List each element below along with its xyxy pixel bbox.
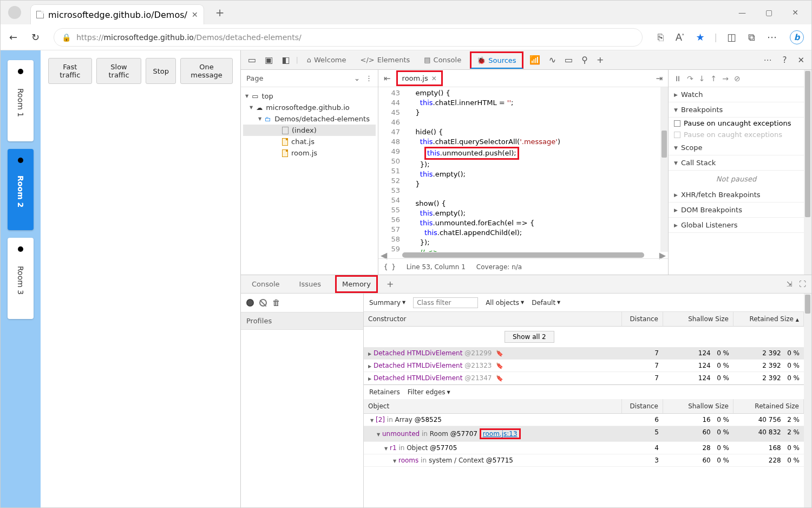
drawer-issues-tab[interactable]: Issues — [294, 277, 326, 291]
application-icon[interactable]: ▭ — [562, 53, 575, 67]
more-tabs-icon[interactable]: + — [594, 53, 606, 67]
more-icon[interactable]: ⋯ — [761, 53, 774, 67]
code-hscrollbar[interactable] — [402, 252, 645, 258]
tree-file-chat[interactable]: chat.js — [243, 136, 376, 147]
snapshot-row[interactable]: ▶ Detached HTMLDivElement @21323 🔖7124 0… — [364, 360, 804, 372]
dom-breakpoints-section[interactable]: ▶DOM Breakpoints — [669, 203, 804, 218]
scope-section[interactable]: ▼Scope — [669, 140, 804, 155]
memory-profile-list: 🗑 Profiles — [241, 294, 364, 507]
fast-traffic-button[interactable]: Fast traffic — [48, 58, 92, 84]
trash-icon[interactable]: 🗑 — [272, 298, 280, 308]
open-file-tab[interactable]: room.js ✕ — [396, 70, 443, 86]
detached-elements-icon[interactable]: ⚲ — [579, 53, 591, 67]
class-filter-input[interactable] — [413, 297, 478, 308]
tab-close-icon[interactable]: ✕ — [192, 10, 198, 19]
watch-section[interactable]: ▶Watch — [669, 87, 804, 102]
code-scrollbar[interactable] — [662, 131, 667, 158]
inspect-element-icon[interactable]: ▭ — [245, 53, 259, 67]
console-tab[interactable]: ▤Console — [418, 53, 467, 67]
profile-avatar[interactable] — [8, 6, 21, 19]
one-message-button[interactable]: One message — [180, 58, 233, 84]
pause-caught-checkbox[interactable]: Pause on caught exceptions — [669, 129, 804, 140]
xhr-breakpoints-section[interactable]: ▶XHR/fetch Breakpoints — [669, 187, 804, 203]
room-3-button[interactable]: Room 3 — [8, 238, 34, 319]
step-icon[interactable]: → — [722, 74, 729, 83]
sources-tab[interactable]: 🐞Sources — [470, 51, 523, 69]
retainer-row[interactable]: ▼ unmounted in Room @57707 room.js:13560… — [364, 426, 804, 442]
slow-traffic-button[interactable]: Slow traffic — [96, 58, 142, 84]
constructor-table-header: Constructor Distance Shallow Size Retain… — [364, 312, 804, 327]
home-icon: ⌂ — [307, 56, 311, 64]
dock-side-icon[interactable]: ◧ — [279, 53, 292, 67]
code-viewer[interactable]: 4344454647484950515253545556575859 empty… — [378, 87, 668, 252]
bing-button[interactable]: b — [790, 30, 804, 44]
tree-top[interactable]: ▼▭top — [243, 90, 376, 102]
add-drawer-tab-icon[interactable]: + — [387, 279, 394, 289]
performance-icon[interactable]: ∿ — [546, 53, 559, 67]
settings-more-icon[interactable]: ⋯ — [765, 29, 779, 45]
global-listeners-section[interactable]: ▶Global Listeners — [669, 218, 804, 233]
close-icon[interactable]: ✕ — [789, 6, 802, 19]
maximize-icon[interactable]: ▢ — [762, 6, 776, 19]
source-link[interactable]: room.js:13 — [483, 430, 518, 438]
clear-icon[interactable] — [259, 299, 267, 307]
room-1-button[interactable]: Room 1 — [8, 60, 34, 141]
back-button[interactable]: ← — [6, 29, 21, 45]
tree-file-room[interactable]: room.js — [243, 147, 376, 159]
show-all-button[interactable]: Show all 2 — [505, 331, 554, 343]
show-navigator-icon[interactable]: ⇤ — [384, 74, 391, 83]
record-icon[interactable] — [246, 299, 254, 307]
step-over-icon[interactable]: ↷ — [687, 74, 693, 83]
pause-icon[interactable]: ⏸ — [674, 74, 682, 83]
collections-icon[interactable]: ⧉ — [746, 29, 757, 45]
filter-edges-dropdown[interactable]: Filter edges▼ — [408, 388, 450, 396]
toggle-panel-icon[interactable]: ⇥ — [656, 74, 663, 83]
default-dropdown[interactable]: Default▼ — [532, 299, 560, 307]
snapshot-row[interactable]: ▶ Detached HTMLDivElement @21299 🔖7124 0… — [364, 347, 804, 360]
more-vertical-icon[interactable]: ⋮ — [365, 74, 372, 82]
room-2-button[interactable]: Room 2 — [8, 149, 34, 230]
expand-drawer-icon[interactable]: ⛶ — [799, 280, 806, 288]
dock-drawer-icon[interactable]: ⇲ — [787, 280, 793, 288]
minimize-icon[interactable]: — — [735, 6, 749, 19]
network-conditions-icon[interactable]: 📶 — [527, 53, 543, 67]
summary-dropdown[interactable]: Summary▼ — [369, 299, 405, 307]
welcome-tab[interactable]: ⌂Welcome — [302, 53, 352, 67]
tree-file-index[interactable]: (index) — [243, 125, 376, 136]
stop-button[interactable]: Stop — [146, 58, 176, 84]
drawer-memory-tab[interactable]: Memory — [335, 275, 378, 293]
new-tab-button[interactable]: + — [211, 4, 229, 21]
chevron-down-icon[interactable]: ⌄ — [354, 74, 360, 82]
snapshot-row[interactable]: ▶ Detached HTMLDivElement @21347 🔖7124 0… — [364, 372, 804, 385]
refresh-button[interactable]: ↻ — [28, 29, 43, 45]
callstack-section[interactable]: ▼Call Stack — [669, 155, 804, 171]
pretty-print-icon[interactable]: { } — [384, 263, 396, 271]
retainers-label: Retainers — [369, 388, 400, 396]
deactivate-breakpoints-icon[interactable]: ⊘ — [734, 74, 741, 83]
favorite-star-icon[interactable]: ★ — [693, 29, 706, 45]
retainer-row[interactable]: ▼ rooms in system / Context @57715360 0 … — [364, 454, 804, 467]
browser-tab-active[interactable]: microsoftedge.github.io/Demos/ ✕ — [31, 5, 204, 24]
step-out-icon[interactable]: ↑ — [710, 74, 717, 83]
drawer-scrollbar-upper[interactable] — [805, 295, 810, 314]
tree-folder[interactable]: ▼🗀Demos/detached-elements — [243, 113, 376, 125]
drawer-console-tab[interactable]: Console — [246, 277, 285, 291]
retainer-row[interactable]: ▼ [2] in Array @58525616 0 %40 756 2 % — [364, 414, 804, 426]
split-screen-icon[interactable]: ◫ — [725, 29, 738, 45]
all-objects-dropdown[interactable]: All objects▼ — [486, 299, 524, 307]
step-into-icon[interactable]: ↓ — [699, 74, 705, 83]
device-toolbar-icon[interactable]: ▣ — [262, 53, 276, 67]
text-size-icon[interactable]: Aᴬ — [673, 29, 686, 45]
close-file-icon[interactable]: ✕ — [431, 75, 437, 82]
address-bar[interactable]: 🔒 https://microsoftedge.github.io/Demos/… — [54, 28, 642, 47]
help-icon[interactable]: ? — [780, 53, 789, 67]
close-devtools-icon[interactable]: ✕ — [795, 53, 807, 67]
retainer-row[interactable]: ▼ r1 in Object @57705428 0 %168 0 % — [364, 442, 804, 454]
breakpoints-section[interactable]: ▼Breakpoints — [669, 102, 804, 118]
page-fileset-tab[interactable]: Page — [246, 74, 263, 82]
right-pane-scrollbar[interactable] — [805, 71, 810, 217]
pause-uncaught-checkbox[interactable]: Pause on uncaught exceptions — [669, 118, 804, 129]
tree-host[interactable]: ▼☁microsoftedge.github.io — [243, 102, 376, 113]
install-app-icon[interactable]: ⎘ — [656, 29, 666, 45]
elements-tab[interactable]: </>Elements — [355, 53, 416, 67]
